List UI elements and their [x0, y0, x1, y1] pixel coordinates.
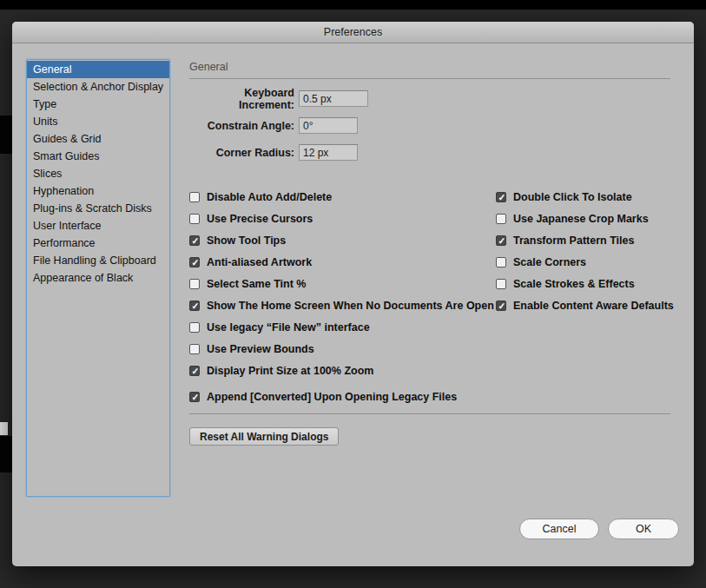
checkbox-box: ✓ — [496, 235, 506, 246]
checkbox-box — [496, 257, 506, 268]
sidebar-item-selection-anchor-display[interactable]: Selection & Anchor Display — [27, 78, 169, 96]
checkbox-label: Disable Auto Add/Delete — [207, 191, 332, 203]
field-label: Keyboard Increment: — [189, 87, 299, 111]
sidebar-item-performance[interactable]: Performance — [27, 235, 169, 252]
checkmark-icon: ✓ — [497, 301, 507, 312]
checkbox-box: ✓ — [189, 366, 200, 376]
checkmark-icon: ✓ — [190, 392, 201, 403]
background-artifact — [0, 436, 12, 472]
checkbox-double-click-to-isolate[interactable]: ✓Double Click To Isolate — [496, 186, 674, 208]
checkbox-column-left: Disable Auto Add/DeleteUse Precise Curso… — [189, 186, 494, 407]
checkbox-scale-corners[interactable]: Scale Corners — [496, 251, 674, 273]
checkbox-show-tool-tips[interactable]: ✓Show Tool Tips — [189, 229, 494, 251]
sidebar-item-file-handling-clipboard[interactable]: File Handling & Clipboard — [27, 252, 169, 269]
sidebar-item-label: Plug-ins & Scratch Disks — [33, 202, 152, 215]
checkbox-column-right: ✓Double Click To IsolateUse Japanese Cro… — [496, 186, 674, 316]
checkbox-label: Show Tool Tips — [207, 235, 286, 247]
reset-warning-dialogs-button[interactable]: Reset All Warning Dialogs — [189, 427, 339, 446]
checkbox-transform-pattern-tiles[interactable]: ✓Transform Pattern Tiles — [496, 229, 674, 251]
sidebar-item-units[interactable]: Units — [27, 113, 169, 130]
dialog-footer: Cancel OK — [519, 519, 679, 539]
sidebar-item-label: Guides & Grid — [33, 133, 102, 145]
checkbox-label: Scale Strokes & Effects — [513, 278, 635, 290]
checkbox-label: Use Preview Bounds — [207, 343, 314, 355]
sidebar-item-slices[interactable]: Slices — [27, 165, 169, 182]
checkbox-use-preview-bounds[interactable]: Use Preview Bounds — [189, 338, 494, 360]
field-label: Corner Radius: — [189, 147, 299, 159]
field-input-constrain-angle[interactable]: 0° — [299, 117, 358, 134]
sidebar-item-user-interface[interactable]: User Interface — [27, 217, 169, 235]
ok-button[interactable]: OK — [608, 519, 679, 539]
checkbox-display-print-size-at-100-zoom[interactable]: ✓Display Print Size at 100% Zoom — [189, 360, 494, 381]
field-label: Constrain Angle: — [189, 120, 299, 132]
background-artifact — [0, 422, 8, 435]
checkbox-scale-strokes-effects[interactable]: Scale Strokes & Effects — [496, 273, 674, 294]
field-input-keyboard-increment[interactable]: 0.5 px — [299, 90, 368, 107]
field-input-corner-radius[interactable]: 12 px — [299, 144, 358, 161]
sidebar-item-label: Smart Guides — [33, 150, 99, 162]
checkbox-disable-auto-add-delete[interactable]: Disable Auto Add/Delete — [189, 186, 494, 208]
checkbox-anti-aliased-artwork[interactable]: ✓Anti-aliased Artwork — [189, 251, 494, 273]
checkmark-icon: ✓ — [190, 235, 201, 247]
checkbox-label: Enable Content Aware Defaults — [513, 300, 674, 312]
section-title: General — [189, 61, 228, 73]
checkbox-box: ✓ — [189, 392, 200, 402]
sidebar-item-label: User Interface — [33, 220, 102, 232]
sidebar-item-label: Slices — [33, 168, 62, 180]
sidebar-item-guides-grid[interactable]: Guides & Grid — [27, 130, 169, 148]
checkbox-show-the-home-screen-when-no-documents-are-open[interactable]: ✓Show The Home Screen When No Documents … — [189, 294, 494, 316]
checkbox-box: ✓ — [496, 301, 506, 311]
sidebar-item-general[interactable]: General — [27, 61, 169, 78]
field-value: 0.5 px — [303, 93, 332, 105]
field-rows: Keyboard Increment:0.5 pxConstrain Angle… — [189, 90, 368, 171]
checkmark-icon: ✓ — [190, 366, 201, 377]
sidebar-item-smart-guides[interactable]: Smart Guides — [27, 148, 169, 165]
checkbox-box — [189, 344, 200, 354]
sidebar-item-plug-ins-scratch-disks[interactable]: Plug-ins & Scratch Disks — [27, 200, 169, 217]
field-value: 0° — [303, 120, 313, 132]
checkbox-label: Use Precise Cursors — [207, 213, 313, 225]
checkbox-box — [496, 214, 506, 224]
preferences-dialog: Preferences GeneralSelection & Anchor Di… — [12, 22, 694, 566]
sidebar-item-appearance-of-black[interactable]: Appearance of Black — [27, 269, 169, 287]
sidebar-item-label: Type — [33, 98, 56, 110]
checkbox-box: ✓ — [189, 257, 200, 268]
checkbox-box: ✓ — [189, 235, 200, 246]
checkbox-enable-content-aware-defaults[interactable]: ✓Enable Content Aware Defaults — [496, 294, 674, 316]
checkbox-box — [496, 279, 506, 289]
checkbox-select-same-tint[interactable]: Select Same Tint % — [189, 273, 494, 294]
sidebar-item-label: Appearance of Black — [33, 272, 133, 284]
cancel-button[interactable]: Cancel — [519, 519, 599, 539]
background-top-strip — [0, 0, 706, 10]
checkbox-use-precise-cursors[interactable]: Use Precise Cursors — [189, 208, 494, 229]
general-panel: General Keyboard Increment:0.5 pxConstra… — [189, 59, 670, 519]
checkbox-label: Use legacy “File New” interface — [207, 321, 370, 334]
checkbox-label: Show The Home Screen When No Documents A… — [207, 300, 494, 312]
sidebar-item-label: Selection & Anchor Display — [33, 81, 163, 93]
checkbox-use-legacy-file-new-interface[interactable]: Use legacy “File New” interface — [189, 316, 494, 338]
divider — [189, 78, 670, 79]
sidebar-item-label: Units — [33, 116, 57, 128]
field-row: Constrain Angle:0° — [189, 117, 368, 134]
sidebar-item-hyphenation[interactable]: Hyphenation — [27, 182, 169, 200]
checkbox-use-japanese-crop-marks[interactable]: Use Japanese Crop Marks — [496, 208, 674, 229]
sidebar-item-label: Performance — [33, 237, 96, 249]
checkbox-box: ✓ — [496, 192, 506, 202]
application-window: Preferences GeneralSelection & Anchor Di… — [0, 0, 706, 588]
background-artifact — [0, 116, 12, 154]
checkbox-label: Append [Converted] Upon Opening Legacy F… — [207, 391, 457, 403]
checkmark-icon: ✓ — [190, 257, 201, 268]
checkbox-box — [189, 214, 200, 224]
dialog-titlebar: Preferences — [12, 22, 694, 43]
checkbox-label: Transform Pattern Tiles — [513, 235, 634, 247]
checkbox-append-converted-upon-opening-legacy-files[interactable]: ✓Append [Converted] Upon Opening Legacy … — [189, 386, 494, 407]
checkmark-icon: ✓ — [497, 235, 507, 247]
checkmark-icon: ✓ — [190, 301, 201, 312]
checkbox-box — [189, 322, 200, 333]
dialog-title: Preferences — [324, 26, 382, 38]
preferences-category-list: GeneralSelection & Anchor DisplayTypeUni… — [26, 59, 170, 497]
checkbox-label: Anti-aliased Artwork — [207, 256, 312, 268]
sidebar-item-type[interactable]: Type — [27, 96, 169, 113]
checkbox-label: Select Same Tint % — [207, 278, 306, 290]
checkbox-box — [189, 279, 200, 289]
